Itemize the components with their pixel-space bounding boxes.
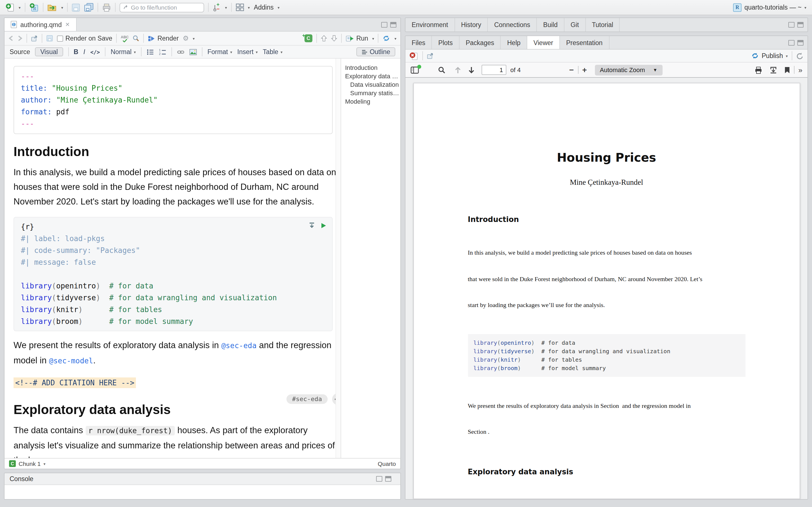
pdf-viewport[interactable]: Housing Prices Mine Çetinkaya-Rundel Int…: [405, 78, 808, 499]
popout-icon[interactable]: [31, 35, 38, 41]
pdf-bookmark-icon[interactable]: [784, 66, 790, 73]
format-menu[interactable]: Format▾: [207, 48, 232, 55]
back-icon[interactable]: [8, 36, 13, 41]
print-icon[interactable]: [102, 3, 111, 11]
minimize-pane-icon[interactable]: [381, 22, 388, 27]
outline-item[interactable]: Modeling: [345, 98, 399, 106]
pdf-download-icon[interactable]: [770, 66, 777, 73]
addins-button[interactable]: Addins: [254, 4, 273, 11]
visual-mode-button[interactable]: Visual: [35, 47, 63, 56]
goto-file-box[interactable]: [119, 3, 204, 12]
insert-chunk-icon[interactable]: C +: [305, 34, 312, 42]
run-previous-icon[interactable]: [321, 35, 327, 42]
git-icon[interactable]: +−: [213, 3, 221, 12]
project-menu[interactable]: R quarto-tutorials — ~ ▾: [733, 3, 806, 11]
console-body[interactable]: [4, 485, 400, 499]
outline-item[interactable]: Data visualization: [345, 80, 399, 89]
chunk-nav-caret[interactable]: ▾: [43, 462, 45, 466]
run-next-icon[interactable]: [331, 35, 337, 42]
minimize-pane-icon[interactable]: [788, 22, 795, 27]
link-icon[interactable]: [177, 49, 185, 55]
goto-file-input[interactable]: [131, 4, 200, 11]
find-replace-icon[interactable]: [133, 35, 139, 42]
addins-caret[interactable]: ▾: [277, 5, 280, 9]
bold-button[interactable]: B: [73, 48, 79, 55]
tab-presentation[interactable]: Presentation: [560, 36, 609, 49]
save-all-icon[interactable]: [84, 3, 94, 12]
publish-caret[interactable]: ▾: [786, 54, 788, 58]
pdf-zoom-in-button[interactable]: +: [582, 65, 587, 74]
run-caret[interactable]: ▾: [372, 36, 374, 40]
run-button[interactable]: Run: [346, 35, 368, 42]
run-chunk-icon[interactable]: [321, 222, 326, 228]
doc-type-label[interactable]: Quarto: [378, 460, 396, 467]
maximize-pane-icon[interactable]: [385, 476, 391, 482]
pdf-more-tools-button[interactable]: »: [799, 66, 802, 74]
render-settings-icon[interactable]: ⚙: [183, 34, 189, 42]
pdf-page-input[interactable]: [481, 65, 506, 75]
tab-plots[interactable]: Plots: [432, 36, 460, 49]
italic-button[interactable]: I: [84, 48, 85, 55]
save-icon[interactable]: [71, 3, 80, 11]
minimize-pane-icon[interactable]: [376, 476, 382, 482]
tab-connections[interactable]: Connections: [488, 18, 537, 32]
new-file-caret[interactable]: ▾: [18, 5, 20, 9]
outline-item[interactable]: Summary statis…: [345, 89, 399, 98]
paragraph-style-select[interactable]: Normal ▾: [111, 48, 136, 55]
source-rerun-caret[interactable]: ▾: [395, 36, 396, 40]
chunk-options-icon[interactable]: [308, 222, 315, 229]
tab-environment[interactable]: Environment: [405, 18, 455, 32]
console-title[interactable]: Console: [10, 475, 33, 482]
chunk-nav[interactable]: Chunk 1: [18, 460, 41, 467]
pane-layout-icon[interactable]: [236, 3, 244, 11]
tab-authoring-qmd[interactable]: authoring.qmd ✕: [4, 18, 77, 31]
publish-button[interactable]: Publish ▾: [751, 52, 788, 59]
maximize-pane-icon[interactable]: [797, 22, 804, 27]
minimize-pane-icon[interactable]: [788, 40, 795, 45]
tab-history[interactable]: History: [455, 18, 488, 32]
save-doc-icon[interactable]: [46, 35, 53, 42]
render-button[interactable]: Render: [148, 35, 179, 42]
pdf-sidebar-toggle-icon[interactable]: [410, 66, 419, 73]
table-menu[interactable]: Table▾: [263, 48, 283, 55]
pdf-next-page-icon[interactable]: [468, 66, 475, 73]
section-options-button[interactable]: •••: [332, 393, 336, 405]
open-file-icon[interactable]: [47, 3, 57, 12]
render-on-save-checkbox[interactable]: Render on Save: [57, 35, 112, 42]
pdf-print-icon[interactable]: [755, 66, 762, 73]
checkbox-box[interactable]: [57, 35, 63, 41]
tab-files[interactable]: Files: [405, 36, 432, 49]
tab-git[interactable]: Git: [564, 18, 586, 32]
git-caret[interactable]: ▾: [225, 5, 227, 9]
outline-toggle-button[interactable]: Outline: [356, 47, 395, 56]
code-chunk-load-pkgs[interactable]: {r} #| label: load-pkgs #| code-summary:…: [13, 217, 333, 331]
new-file-icon[interactable]: [6, 3, 15, 12]
maximize-pane-icon[interactable]: [797, 40, 804, 45]
outline-item[interactable]: Introduction: [345, 64, 399, 72]
yaml-block[interactable]: --- title: "Housing Prices" author: "Min…: [13, 66, 333, 134]
numbered-list-icon[interactable]: 12: [159, 49, 166, 55]
image-icon[interactable]: [190, 49, 197, 55]
new-project-icon[interactable]: R: [29, 3, 39, 12]
pdf-zoom-out-button[interactable]: −: [569, 65, 574, 74]
open-recent-caret[interactable]: ▾: [61, 5, 63, 9]
bullet-list-icon[interactable]: [147, 49, 154, 55]
close-tab-icon[interactable]: ✕: [65, 21, 70, 27]
tab-packages[interactable]: Packages: [460, 36, 501, 49]
pdf-zoom-select[interactable]: Automatic Zoom ▼: [595, 64, 662, 75]
editor-scrollbar[interactable]: [336, 59, 341, 458]
tab-tutorial[interactable]: Tutorial: [586, 18, 620, 32]
outline-item[interactable]: Exploratory data …: [345, 72, 399, 80]
maximize-pane-icon[interactable]: [390, 22, 396, 27]
insert-menu[interactable]: Insert▾: [238, 48, 258, 55]
viewer-refresh-icon[interactable]: [796, 52, 804, 59]
spellcheck-icon[interactable]: ABC: [121, 35, 129, 42]
source-rerun-icon[interactable]: [383, 35, 391, 42]
code-button[interactable]: </>: [90, 49, 100, 55]
tab-help[interactable]: Help: [501, 36, 527, 49]
pdf-search-icon[interactable]: [438, 66, 446, 73]
forward-icon[interactable]: [17, 36, 22, 41]
render-settings-caret[interactable]: ▾: [193, 36, 195, 40]
document-editor[interactable]: --- title: "Housing Prices" author: "Min…: [4, 59, 336, 458]
pane-layout-caret[interactable]: ▾: [248, 5, 250, 9]
